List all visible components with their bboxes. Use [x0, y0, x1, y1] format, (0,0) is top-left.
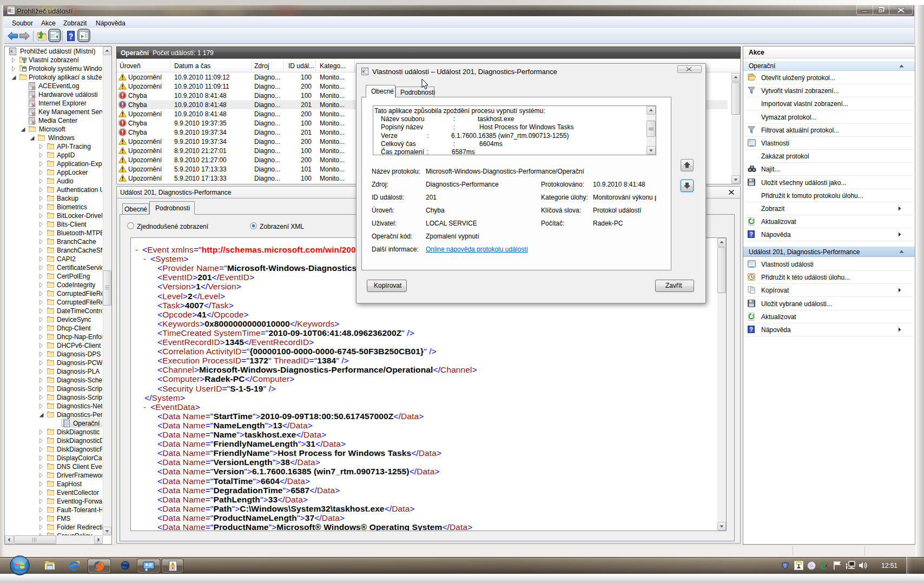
svg-text:?: ?	[749, 326, 753, 333]
svg-text:?: ?	[749, 231, 753, 237]
svg-text:?: ?	[69, 32, 74, 41]
